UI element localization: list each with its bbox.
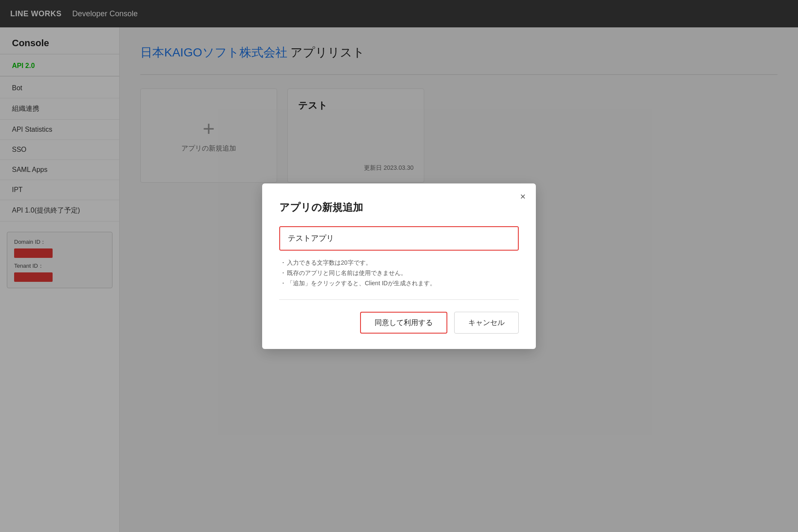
modal-divider <box>279 299 519 300</box>
modal-hint-3: 「追加」をクリックすると、Client IDが生成されます。 <box>280 280 519 287</box>
modal-input-wrapper <box>279 226 519 251</box>
cancel-button[interactable]: キャンセル <box>454 312 519 334</box>
modal-overlay[interactable]: アプリの新規追加 × 入力できる文字数は20字です。 既存のアプリと同じ名前は使… <box>0 0 798 532</box>
modal-hint-1: 入力できる文字数は20字です。 <box>280 259 519 267</box>
modal-hint-2: 既存のアプリと同じ名前は使用できません。 <box>280 269 519 277</box>
modal-hints: 入力できる文字数は20字です。 既存のアプリと同じ名前は使用できません。 「追加… <box>279 259 519 287</box>
app-name-input[interactable] <box>280 227 518 250</box>
modal-title: アプリの新規追加 <box>279 201 519 214</box>
confirm-button[interactable]: 同意して利用する <box>360 312 447 334</box>
modal: アプリの新規追加 × 入力できる文字数は20字です。 既存のアプリと同じ名前は使… <box>262 183 536 349</box>
modal-close-button[interactable]: × <box>520 192 526 201</box>
modal-actions: 同意して利用する キャンセル <box>279 312 519 334</box>
